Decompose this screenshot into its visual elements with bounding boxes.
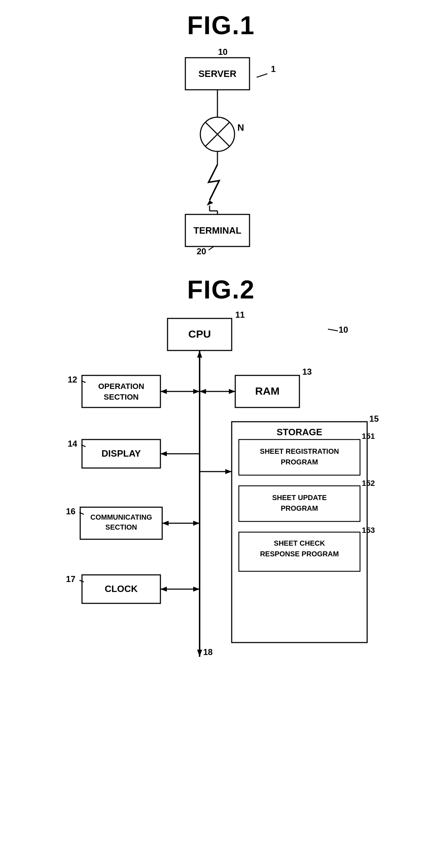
svg-text:20: 20 xyxy=(197,246,206,256)
svg-text:CPU: CPU xyxy=(188,328,211,340)
svg-text:COMMUNICATING: COMMUNICATING xyxy=(91,513,152,521)
fig1-title: FIG.1 xyxy=(187,11,255,40)
svg-text:12: 12 xyxy=(68,375,77,384)
fig2-diagram: CPU 11 10 18 xyxy=(61,311,381,685)
svg-rect-35 xyxy=(82,375,160,407)
svg-marker-80 xyxy=(160,587,167,592)
svg-rect-52 xyxy=(239,486,360,521)
svg-marker-34 xyxy=(200,389,206,394)
svg-marker-27 xyxy=(197,650,202,657)
svg-text:STORAGE: STORAGE xyxy=(277,427,322,437)
svg-text:DISPLAY: DISPLAY xyxy=(102,448,141,459)
svg-text:15: 15 xyxy=(369,414,379,423)
svg-text:CLOCK: CLOCK xyxy=(105,583,138,594)
svg-text:17: 17 xyxy=(66,574,76,584)
svg-text:TERMINAL: TERMINAL xyxy=(194,225,241,236)
svg-text:SHEET CHECK: SHEET CHECK xyxy=(274,539,325,547)
fig1-diagram: SERVER 10 1 N xyxy=(132,47,310,268)
svg-text:RESPONSE PROGRAM: RESPONSE PROGRAM xyxy=(260,550,339,558)
svg-text:10: 10 xyxy=(218,47,228,57)
svg-text:152: 152 xyxy=(362,479,375,488)
svg-text:N: N xyxy=(237,122,244,133)
svg-text:OPERATION: OPERATION xyxy=(98,382,144,391)
svg-marker-42 xyxy=(160,389,167,394)
svg-line-23 xyxy=(328,329,338,331)
svg-marker-41 xyxy=(193,389,200,394)
svg-marker-65 xyxy=(160,451,167,456)
svg-marker-25 xyxy=(197,350,202,358)
svg-text:SECTION: SECTION xyxy=(104,393,139,401)
svg-marker-73 xyxy=(162,521,169,526)
svg-text:153: 153 xyxy=(362,526,375,535)
svg-text:14: 14 xyxy=(68,439,77,448)
svg-text:SHEET UPDATE: SHEET UPDATE xyxy=(272,494,327,501)
svg-text:11: 11 xyxy=(235,311,245,319)
svg-line-4 xyxy=(257,74,267,77)
svg-text:13: 13 xyxy=(302,367,312,376)
svg-text:18: 18 xyxy=(203,647,213,657)
svg-marker-47 xyxy=(225,469,232,474)
svg-text:SERVER: SERVER xyxy=(199,68,237,79)
svg-marker-11 xyxy=(207,200,213,206)
svg-text:151: 151 xyxy=(362,432,375,441)
fig2-title: FIG.2 xyxy=(187,275,255,304)
svg-text:10: 10 xyxy=(339,325,348,334)
svg-marker-79 xyxy=(193,587,200,592)
svg-text:RAM: RAM xyxy=(255,385,279,397)
svg-rect-48 xyxy=(239,440,360,475)
svg-text:SECTION: SECTION xyxy=(106,523,137,531)
svg-marker-72 xyxy=(193,521,200,526)
svg-text:PROGRAM: PROGRAM xyxy=(281,504,318,512)
svg-text:1: 1 xyxy=(271,64,276,74)
svg-text:SHEET REGISTRATION: SHEET REGISTRATION xyxy=(260,447,339,455)
svg-marker-33 xyxy=(229,389,235,394)
svg-text:PROGRAM: PROGRAM xyxy=(281,458,318,466)
svg-text:16: 16 xyxy=(66,506,76,516)
